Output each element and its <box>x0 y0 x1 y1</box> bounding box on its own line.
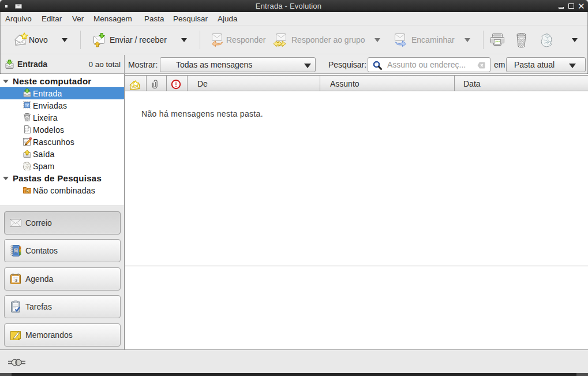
svg-text:@: @ <box>14 248 18 253</box>
svg-text:3: 3 <box>15 278 18 283</box>
